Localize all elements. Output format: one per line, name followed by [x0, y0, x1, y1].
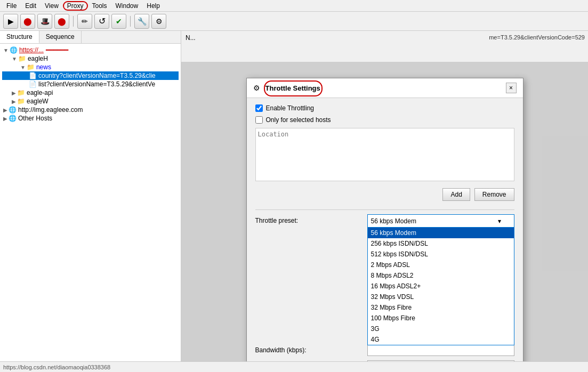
- stop-button2[interactable]: ⬤: [54, 14, 69, 29]
- doc-icon: 📄: [29, 80, 37, 88]
- modal-overlay: ⚙ Throttle Settings × Enable Throttling: [181, 62, 588, 361]
- right-url-display: me=T3.5.29&clientVersionCode=529: [486, 33, 588, 42]
- menu-help[interactable]: Help: [142, 1, 164, 11]
- bandwidth-input[interactable]: [367, 344, 514, 356]
- tree-item-label: http://img.eagleee.com: [18, 106, 83, 114]
- utilisation-row: Utilisation (%):: [255, 360, 514, 361]
- tree-item-eagleH[interactable]: ▼ 📁 eagleH: [2, 54, 179, 63]
- dialog-close-button[interactable]: ×: [506, 83, 517, 93]
- tree-item-country[interactable]: 📄 country?clientVersionName=T3.5.29&clie: [2, 71, 179, 80]
- tools-button[interactable]: 🔧: [134, 14, 149, 29]
- refresh-button[interactable]: ↺: [94, 14, 109, 29]
- gear-button[interactable]: ⚙: [151, 14, 166, 29]
- folder-icon: 📁: [18, 55, 26, 62]
- only-selected-hosts-label: Only for selected hosts: [266, 116, 331, 124]
- utilisation-input[interactable]: [367, 360, 514, 361]
- dropdown-option-32vdsl[interactable]: 32 Mbps VDSL: [368, 292, 514, 302]
- preset-select-display[interactable]: 56 kbps Modem: [367, 214, 514, 227]
- dialog-icon: ⚙: [253, 84, 260, 92]
- menu-edit[interactable]: Edit: [21, 1, 41, 11]
- toolbar-separator2: [130, 16, 131, 27]
- add-location-button[interactable]: Add: [442, 188, 470, 201]
- tree-item-eagle-api[interactable]: ▶ 📁 eagle-api: [2, 88, 179, 97]
- remove-location-button[interactable]: Remove: [474, 188, 514, 201]
- record-button[interactable]: ▶: [3, 14, 18, 29]
- menu-window[interactable]: Window: [111, 1, 143, 11]
- toolbar-separator: [73, 16, 74, 27]
- toolbar: ▶ ⬤ 🎩 ⬤ ✏ ↺ ✔ 🔧 ⚙: [0, 12, 588, 31]
- right-area: N... me=T3.5.29&clientVersionCode=529 ⚙ …: [181, 31, 588, 361]
- tab-sequence[interactable]: Sequence: [39, 31, 82, 43]
- sidebar-tabs: Structure Sequence: [0, 31, 181, 44]
- menu-tools[interactable]: Tools: [88, 1, 111, 11]
- stop-button[interactable]: ⬤: [20, 14, 35, 29]
- dialog-divider: [255, 209, 514, 210]
- globe-icon: 🌐: [10, 46, 18, 54]
- dropdown-option-4g[interactable]: 4G: [368, 334, 514, 345]
- preset-dropdown[interactable]: 56 kbps Modem 256 kbps ISDN/DSL 512 kbps…: [367, 227, 514, 345]
- tree-item-news[interactable]: ▼ 📁 news: [2, 63, 179, 71]
- throttle-preset-label: Throttle preset:: [255, 217, 367, 224]
- tree-item-label: list?clientVersionName=T3.5.29&clientVe: [38, 80, 155, 88]
- tree-item-label: eagleH: [28, 55, 48, 62]
- tree-item-label: Other Hosts: [18, 115, 52, 122]
- status-bar: https://blog.csdn.net/diaomaoqia0338368: [0, 361, 588, 372]
- dropdown-option-8mbps[interactable]: 8 Mbps ADSL2: [368, 270, 514, 281]
- enable-throttling-checkbox[interactable]: [255, 104, 263, 112]
- only-selected-hosts-row: Only for selected hosts: [255, 116, 514, 124]
- throttle-preset-select[interactable]: 56 kbps Modem 56 kbps Modem 256 kbps ISD…: [367, 214, 514, 227]
- tree-expand-arrow: ▼: [3, 47, 9, 53]
- dropdown-option-16mbps[interactable]: 16 Mbps ADSL2+: [368, 281, 514, 292]
- dropdown-option-512kbps[interactable]: 512 kbps ISDN/DSL: [368, 249, 514, 260]
- globe-icon: 🌐: [9, 115, 17, 122]
- red-underline: ━━━━━━: [46, 46, 68, 54]
- tree-item-label: news: [36, 63, 51, 71]
- tree-item-list[interactable]: 📄 list?clientVersionName=T3.5.29&clientV…: [2, 80, 179, 88]
- tab-structure[interactable]: Structure: [0, 31, 39, 43]
- sidebar: Structure Sequence ▼ 🌐 https://... ━━━━━…: [0, 31, 181, 361]
- tree-arrow: ▶: [12, 99, 16, 104]
- tree-item-eagleW[interactable]: ▶ 📁 eagleW: [2, 97, 179, 106]
- add-remove-btn-row: Add Remove: [255, 188, 514, 201]
- throttle-button[interactable]: 🎩: [37, 14, 52, 29]
- location-textarea[interactable]: [255, 128, 514, 181]
- menu-view[interactable]: View: [41, 1, 63, 11]
- globe-icon: 🌐: [9, 106, 17, 114]
- tree-item-label: country?clientVersionName=T3.5.29&clie: [38, 72, 156, 79]
- enable-throttling-row: Enable Throttling: [255, 104, 514, 112]
- dropdown-option-256kbps[interactable]: 256 kbps ISDN/DSL: [368, 238, 514, 249]
- form-fields: Bandwidth (kbps): Utilisation (%): Round…: [255, 344, 514, 361]
- pen-button[interactable]: ✏: [77, 14, 92, 29]
- menu-proxy[interactable]: Proxy: [63, 1, 88, 11]
- only-selected-hosts-checkbox[interactable]: [255, 116, 263, 124]
- enable-throttling-label: Enable Throttling: [266, 104, 315, 112]
- folder-icon: 📁: [27, 63, 35, 71]
- preset-selected-value: 56 kbps Modem: [371, 217, 416, 225]
- dropdown-option-32fibre[interactable]: 32 Mbps Fibre: [368, 302, 514, 313]
- tree-item-label: eagle-api: [27, 89, 53, 96]
- folder-icon: 📁: [17, 89, 25, 96]
- dialog-title: Throttle Settings: [265, 84, 320, 92]
- dropdown-option-3g[interactable]: 3G: [368, 324, 514, 334]
- chevron-down-icon: [498, 217, 501, 225]
- folder-icon: 📁: [17, 98, 25, 105]
- dropdown-option-100fibre[interactable]: 100 Mbps Fibre: [368, 313, 514, 324]
- doc-icon: 📄: [29, 72, 37, 79]
- tree-arrow: ▼: [20, 64, 26, 70]
- tree-item-label: https://...: [19, 46, 44, 54]
- tree-arrow: ▶: [3, 107, 7, 113]
- menu-file[interactable]: File: [2, 1, 21, 11]
- tree-area: ▼ 🌐 https://... ━━━━━━ ▼ 📁 eagleH ▼ 📁 ne…: [0, 44, 181, 125]
- dropdown-option-2mbps[interactable]: 2 Mbps ADSL: [368, 260, 514, 270]
- throttle-dialog: ⚙ Throttle Settings × Enable Throttling: [246, 78, 523, 361]
- tree-item-https[interactable]: ▼ 🌐 https://... ━━━━━━: [2, 46, 179, 54]
- dialog-titlebar: ⚙ Throttle Settings ×: [247, 78, 523, 98]
- dropdown-option-56kbps[interactable]: 56 kbps Modem: [368, 228, 514, 238]
- tree-item-img[interactable]: ▶ 🌐 http://img.eagleee.com: [2, 106, 179, 114]
- checkmark-button[interactable]: ✔: [111, 14, 126, 29]
- status-text: https://blog.csdn.net/diaomaoqia0338368: [3, 364, 110, 370]
- tree-item-other[interactable]: ▶ 🌐 Other Hosts: [2, 114, 179, 123]
- tree-arrow: ▶: [3, 116, 7, 122]
- tree-item-label: eagleW: [27, 98, 49, 105]
- bandwidth-label: Bandwidth (kbps):: [255, 346, 367, 354]
